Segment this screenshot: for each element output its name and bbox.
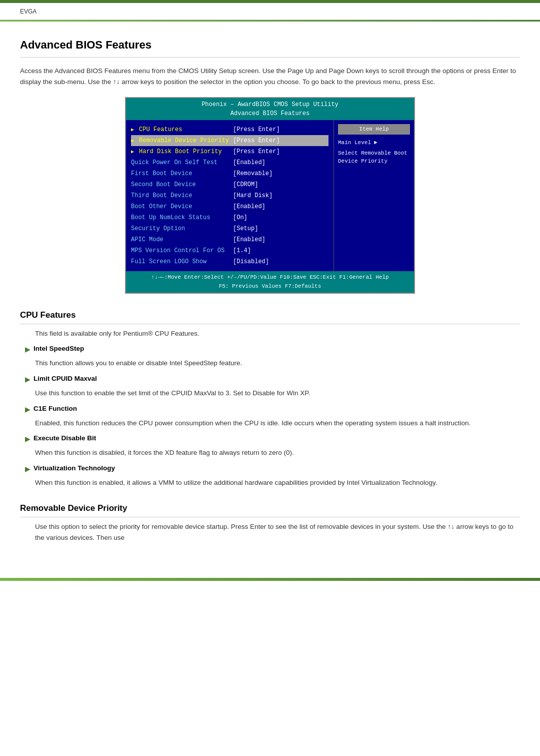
sub-item-arrow-icon: ▶ bbox=[25, 374, 30, 385]
bios-row-label: ▶ CPU Features bbox=[131, 125, 231, 134]
bios-row-value: [Press Enter] bbox=[233, 136, 280, 145]
main-level-label: Main Level bbox=[338, 139, 371, 147]
bios-row-label: Second Boot Device bbox=[131, 180, 231, 189]
sub-item-title: Intel SpeedStep bbox=[34, 344, 84, 354]
sub-item-desc: When this function is disabled, it force… bbox=[35, 447, 520, 458]
bios-row-value: [On] bbox=[233, 213, 248, 222]
bios-footer: ↑↓→←:Move Enter:Select +/-/PU/PD:Value F… bbox=[126, 271, 414, 293]
bios-row-value: [Enabled] bbox=[233, 235, 266, 244]
sub-item: ▶Execute Disable Bit bbox=[25, 433, 520, 444]
bios-row-label: Full Screen LOGO Show bbox=[131, 257, 231, 266]
bios-row-label: First Boot Device bbox=[131, 169, 231, 178]
intro-text: Access the Advanced BIOS Features menu f… bbox=[20, 66, 520, 87]
sub-item-title: C1E Function bbox=[34, 404, 77, 414]
sub-item: ▶Virtualization Technology bbox=[25, 463, 520, 474]
sub-item-desc: This function allows you to enable or di… bbox=[35, 358, 520, 369]
submenu-arrow-icon: ▶ bbox=[131, 149, 137, 155]
bios-row-label: ▶ Removable Device Priority bbox=[131, 136, 231, 145]
bottom-bar bbox=[0, 578, 540, 581]
bios-title-line1: Phoenix – AwardBIOS CMOS Setup Utility bbox=[126, 100, 414, 109]
sections-container: CPU FeaturesThis field is available only… bbox=[20, 309, 520, 543]
sub-item-arrow-icon: ▶ bbox=[25, 434, 30, 444]
bios-row[interactable]: Security Option[Setup] bbox=[131, 223, 328, 234]
header-bar: EVGA bbox=[0, 3, 540, 20]
brand-label: EVGA bbox=[20, 8, 36, 15]
bios-row-value: [Hard Disk] bbox=[233, 191, 272, 200]
bios-sidebar: Item Help Main Level ► Select Removable … bbox=[334, 120, 414, 271]
bios-row-value: [Removable] bbox=[233, 169, 272, 178]
bios-row-label: Boot Up NumLock Status bbox=[131, 213, 231, 222]
sub-item: ▶Intel SpeedStep bbox=[25, 344, 520, 355]
bios-row-value: [Enabled] bbox=[233, 158, 266, 167]
bios-row-value: [Press Enter] bbox=[233, 125, 280, 134]
section-heading: Removable Device Priority bbox=[20, 502, 520, 517]
bios-row-value: [Enabled] bbox=[233, 202, 266, 211]
bios-row[interactable]: ▶ CPU Features[Press Enter] bbox=[131, 124, 328, 135]
bios-row[interactable]: APIC Mode[Enabled] bbox=[131, 234, 328, 245]
bios-main-level: Main Level ► bbox=[338, 139, 410, 147]
bios-row[interactable]: ▶ Removable Device Priority[Press Enter] bbox=[131, 135, 328, 146]
sub-item-arrow-icon: ▶ bbox=[25, 404, 30, 415]
bios-sidebar-title: Item Help bbox=[338, 124, 410, 135]
bios-sidebar-desc: Select Removable Boot Device Priority bbox=[338, 150, 410, 165]
bios-row-value: [Disabled] bbox=[233, 257, 269, 266]
bios-row-value: [Press Enter] bbox=[233, 147, 280, 156]
bios-title-line2: Advanced BIOS Features bbox=[126, 109, 414, 118]
submenu-arrow-icon: ▶ bbox=[131, 138, 137, 144]
sub-item-title: Limit CPUID Maxval bbox=[34, 374, 97, 384]
sub-item-arrow-icon: ▶ bbox=[25, 464, 30, 474]
bios-row-label: APIC Mode bbox=[131, 235, 231, 244]
sub-item: ▶Limit CPUID Maxval bbox=[25, 374, 520, 385]
bios-menu: ▶ CPU Features[Press Enter]▶ Removable D… bbox=[126, 120, 334, 271]
section-heading: CPU Features bbox=[20, 309, 520, 324]
sub-item-desc: Enabled, this function reduces the CPU p… bbox=[35, 418, 520, 429]
section-removable-device-priority: Removable Device PriorityUse this option… bbox=[20, 502, 520, 543]
bios-body: ▶ CPU Features[Press Enter]▶ Removable D… bbox=[126, 120, 414, 271]
bios-row-value: [Setup] bbox=[233, 224, 258, 233]
bios-row-label: ▶ Hard Disk Boot Priority bbox=[131, 147, 231, 156]
main-content: Advanced BIOS Features Access the Advanc… bbox=[0, 22, 540, 568]
main-level-arrow: ► bbox=[374, 139, 378, 147]
bios-title-bar: Phoenix – AwardBIOS CMOS Setup Utility A… bbox=[126, 98, 414, 120]
page-title: Advanced BIOS Features bbox=[20, 37, 520, 58]
bios-row-label: Quick Power On Self Test bbox=[131, 158, 231, 167]
sub-item-desc: When this function is enabled, it allows… bbox=[35, 477, 520, 488]
bios-footer-line1: ↑↓→←:Move Enter:Select +/-/PU/PD:Value F… bbox=[130, 273, 410, 282]
sub-item-title: Execute Disable Bit bbox=[34, 433, 96, 443]
section-intro: Use this option to select the priority f… bbox=[35, 521, 520, 543]
bios-row[interactable]: Boot Other Device[Enabled] bbox=[131, 201, 328, 212]
bios-row-label: Boot Other Device bbox=[131, 202, 231, 211]
section-intro: This field is available only for Pentium… bbox=[35, 328, 520, 339]
bios-row[interactable]: Full Screen LOGO Show[Disabled] bbox=[131, 256, 328, 267]
bios-row-label: Security Option bbox=[131, 224, 231, 233]
section-cpu-features: CPU FeaturesThis field is available only… bbox=[20, 309, 520, 488]
bios-row[interactable]: First Boot Device[Removable] bbox=[131, 168, 328, 179]
sub-item-arrow-icon: ▶ bbox=[25, 344, 30, 355]
bios-row-value: [1.4] bbox=[233, 246, 251, 255]
bios-row-label: MPS Version Control For OS bbox=[131, 246, 231, 255]
bios-row[interactable]: Third Boot Device[Hard Disk] bbox=[131, 190, 328, 201]
bios-row[interactable]: MPS Version Control For OS[1.4] bbox=[131, 245, 328, 256]
bios-row[interactable]: Second Boot Device[CDROM] bbox=[131, 179, 328, 190]
bios-row-label: Third Boot Device bbox=[131, 191, 231, 200]
submenu-arrow-icon: ▶ bbox=[131, 127, 137, 133]
bios-row[interactable]: Quick Power On Self Test[Enabled] bbox=[131, 157, 328, 168]
bios-interface: Phoenix – AwardBIOS CMOS Setup Utility A… bbox=[125, 97, 415, 294]
sub-item-title: Virtualization Technology bbox=[34, 463, 115, 473]
bios-row[interactable]: Boot Up NumLock Status[On] bbox=[131, 212, 328, 223]
bios-row[interactable]: ▶ Hard Disk Boot Priority[Press Enter] bbox=[131, 146, 328, 157]
bios-row-value: [CDROM] bbox=[233, 180, 258, 189]
bios-footer-line2: F5: Previous Values F7:Defaults bbox=[130, 282, 410, 291]
sub-item: ▶C1E Function bbox=[25, 404, 520, 415]
sub-item-desc: Use this function to enable the set limi… bbox=[35, 388, 520, 399]
